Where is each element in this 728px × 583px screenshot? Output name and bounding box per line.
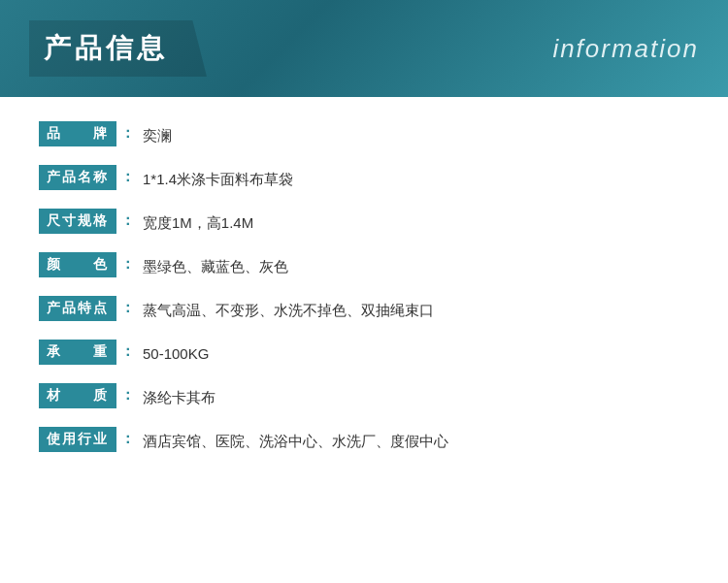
row-value: 50-100KG xyxy=(143,340,209,366)
table-row: 颜 色：墨绿色、藏蓝色、灰色 xyxy=(39,252,689,278)
table-row: 承 重：50-100KG xyxy=(39,340,689,366)
table-row: 使用行业：酒店宾馆、医院、洗浴中心、水洗厂、度假中心 xyxy=(39,427,689,453)
page-title: 产品信息 xyxy=(29,20,207,77)
row-value: 奕澜 xyxy=(143,121,172,147)
table-row: 尺寸规格：宽度1M，高1.4M xyxy=(39,209,689,235)
header-subtitle: information xyxy=(552,34,699,64)
row-label: 尺寸规格 xyxy=(39,209,116,234)
colon-separator: ： xyxy=(120,430,135,448)
row-value: 宽度1M，高1.4M xyxy=(143,209,253,235)
colon-separator: ： xyxy=(120,255,135,274)
row-label: 使用行业 xyxy=(39,427,116,452)
row-value: 墨绿色、藏蓝色、灰色 xyxy=(143,252,288,278)
colon-separator: ： xyxy=(120,386,135,405)
colon-separator: ： xyxy=(120,211,135,230)
product-info-content: 品 牌：奕澜产品名称：1*1.4米涤卡面料布草袋尺寸规格：宽度1M，高1.4M颜… xyxy=(0,97,728,490)
header-title-wrap: 产品信息 xyxy=(29,20,207,77)
table-row: 产品名称：1*1.4米涤卡面料布草袋 xyxy=(39,165,689,191)
colon-separator: ： xyxy=(120,168,135,186)
row-label: 品 牌 xyxy=(39,121,116,146)
row-value: 1*1.4米涤卡面料布草袋 xyxy=(143,165,293,191)
row-value: 酒店宾馆、医院、洗浴中心、水洗厂、度假中心 xyxy=(143,427,448,453)
table-row: 产品特点：蒸气高温、不变形、水洗不掉色、双抽绳束口 xyxy=(39,296,689,322)
row-label: 产品名称 xyxy=(39,165,116,190)
header-banner: 产品信息 information xyxy=(0,0,728,97)
row-label: 材 质 xyxy=(39,383,116,408)
row-label: 承 重 xyxy=(39,340,116,365)
row-value: 涤纶卡其布 xyxy=(143,383,215,409)
row-label: 颜 色 xyxy=(39,252,116,277)
colon-separator: ： xyxy=(120,124,135,143)
row-value: 蒸气高温、不变形、水洗不掉色、双抽绳束口 xyxy=(143,296,434,322)
table-row: 材 质：涤纶卡其布 xyxy=(39,383,689,409)
row-label: 产品特点 xyxy=(39,296,116,321)
colon-separator: ： xyxy=(120,299,135,317)
colon-separator: ： xyxy=(120,342,135,361)
table-row: 品 牌：奕澜 xyxy=(39,121,689,147)
